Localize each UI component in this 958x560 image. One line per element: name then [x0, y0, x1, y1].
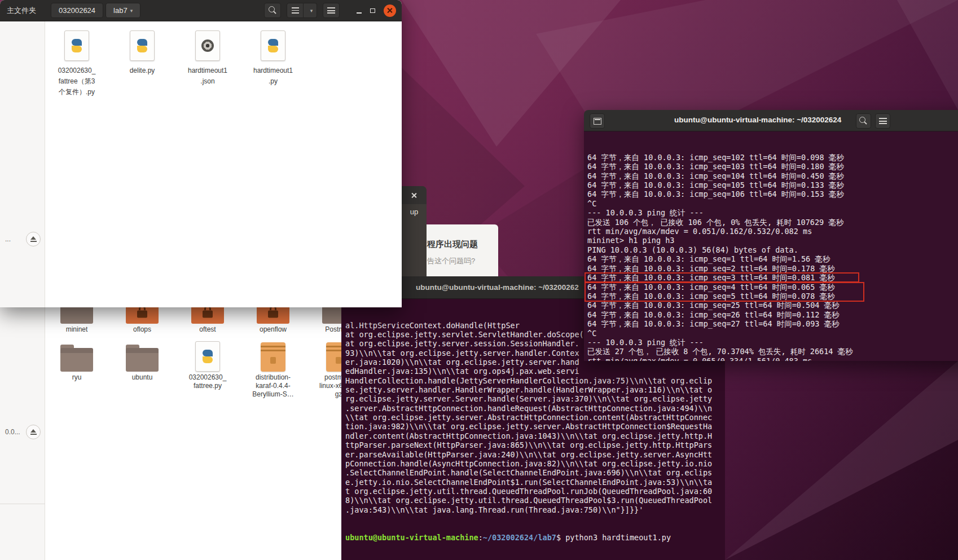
terminal-output-lines: 64 字节，来自 10.0.0.3: icmp_seq=102 ttl=64 时… [587, 153, 958, 361]
terminal-search-button[interactable] [856, 113, 871, 129]
maximize-icon [370, 8, 375, 13]
file-item-hardtimeout1-json[interactable]: hardtimeout1 .json [178, 29, 237, 98]
folder-icon [126, 348, 159, 372]
file-grid-row: 032002630_ fattree（第3 个复件）.py delite.py … [47, 29, 302, 98]
python-logo-icon [134, 38, 150, 54]
view-list-button[interactable] [287, 3, 304, 18]
mount-label: 0.0... [5, 428, 26, 436]
python-file-icon [130, 30, 155, 61]
sidebar: 0.0... [0, 307, 45, 560]
search-icon [859, 117, 868, 125]
python-logo-icon [200, 349, 216, 364]
eject-button[interactable] [26, 425, 41, 439]
file-manager-window-lab7: 主文件夹 032002624 lab7 ... [0, 0, 402, 307]
annotation-box-seq25-26 [585, 282, 864, 302]
dialog-title: 程序出现问题 [427, 239, 493, 250]
mount-label: ... [5, 235, 26, 243]
hidden-window-titlebar [402, 186, 427, 204]
file-item-fattree-py[interactable]: 032002630_ fattree.py [178, 341, 237, 399]
folder-item-ubuntu[interactable]: ubuntu [113, 341, 172, 399]
breadcrumb-label: lab7 [113, 6, 128, 15]
file-label: delite.py [130, 65, 155, 76]
folder-item-ryu[interactable]: ryu [47, 341, 106, 399]
hidden-window-text: up [402, 208, 427, 216]
minimize-button[interactable] [352, 4, 366, 17]
close-button[interactable] [407, 188, 421, 202]
file-label: mininet [66, 325, 88, 334]
json-file-icon [195, 30, 220, 61]
sidebar-mount-item[interactable]: ... [2, 230, 42, 248]
file-label: oflops [133, 325, 151, 334]
menu-button[interactable] [323, 3, 340, 18]
python-file-icon [261, 30, 285, 61]
breadcrumb-lab7[interactable]: lab7 [106, 3, 140, 18]
view-options-button[interactable] [304, 3, 317, 18]
terminal-output[interactable]: 64 字节，来自 10.0.0.3: icmp_seq=102 ttl=64 时… [584, 131, 958, 361]
list-view-icon [292, 7, 299, 14]
chevron-down-icon [130, 8, 133, 14]
close-icon [411, 192, 418, 199]
file-item-hardtimeout1-py[interactable]: hardtimeout1 .py [244, 29, 302, 98]
python-file-icon [195, 341, 220, 372]
file-item-fattree-copy3[interactable]: 032002630_ fattree（第3 个复件）.py [47, 29, 106, 98]
breadcrumb-032002624[interactable]: 032002624 [51, 3, 103, 18]
close-icon [387, 7, 393, 14]
annotation-box-seq5 [585, 272, 859, 283]
file-label: openflow [260, 325, 287, 334]
hamburger-icon [327, 7, 335, 14]
file-label: hardtimeout1 .py [253, 65, 293, 87]
terminal-title: ubuntu@ubuntu-virtual-machine: ~/0320026… [416, 283, 579, 292]
python-file-icon [64, 30, 89, 61]
file-label: 032002630_ fattree.py [189, 373, 227, 390]
eject-button[interactable] [26, 232, 41, 246]
new-window-button[interactable] [590, 113, 605, 129]
prompt-command: $ python3 hardtimeout1.py [556, 533, 671, 542]
file-label: distribution- karaf-0.4.4- Beryllium-S… [252, 373, 293, 399]
sidebar-separator [0, 504, 45, 504]
archive-icon [261, 342, 285, 372]
file-item-delite-py[interactable]: delite.py [113, 29, 172, 98]
file-grid-row: ryu ubuntu 032002630_ fattree.py distrib… [47, 341, 368, 399]
search-button[interactable] [264, 3, 281, 18]
file-manager-header: 主文件夹 032002624 lab7 [0, 0, 402, 21]
prompt-colon: : [478, 533, 483, 542]
chevron-down-icon [310, 8, 313, 14]
file-label: ryu [72, 373, 82, 382]
shell-prompt-line: ubuntu@ubuntu-virtual-machine:~/03200262… [345, 533, 721, 542]
file-label: oftest [199, 325, 216, 334]
sidebar-mount-item[interactable]: 0.0... [2, 423, 42, 441]
prompt-user: ubuntu@ubuntu-virtual-machine [345, 533, 478, 542]
desktop: 0.0... mininet oflops [0, 0, 958, 560]
eject-icon [30, 429, 37, 435]
sidebar: ... [0, 21, 45, 307]
eject-icon [30, 236, 37, 242]
folder-icon [60, 348, 93, 372]
python-logo-icon [69, 38, 85, 54]
terminal-menu-button[interactable] [875, 113, 890, 129]
minimize-icon [357, 12, 362, 14]
new-window-icon [594, 118, 601, 125]
json-donut-icon [201, 39, 214, 52]
dialog-question: 告这个问题吗? [427, 256, 493, 266]
search-icon [269, 6, 277, 15]
python-logo-icon [265, 38, 281, 54]
file-item-karaf-archive[interactable]: distribution- karaf-0.4.4- Beryllium-S… [244, 341, 302, 399]
file-label: ubuntu [132, 373, 153, 382]
places-label[interactable]: 主文件夹 [7, 6, 36, 16]
hamburger-icon [879, 118, 887, 124]
terminal-titlebar[interactable]: ubuntu@ubuntu-virtual-machine: ~/0320026… [584, 110, 958, 131]
file-label: hardtimeout1 .json [188, 65, 227, 87]
maximize-button[interactable] [366, 4, 379, 17]
prompt-path: ~/032002624/lab7 [483, 533, 556, 542]
close-button[interactable] [384, 5, 396, 17]
file-label: 032002630_ fattree（第3 个复件）.py [58, 65, 96, 98]
terminal-window-mininet: ubuntu@ubuntu-virtual-machine: ~/0320026… [584, 110, 958, 361]
terminal-title: ubuntu@ubuntu-virtual-machine: ~/0320026… [674, 116, 841, 124]
